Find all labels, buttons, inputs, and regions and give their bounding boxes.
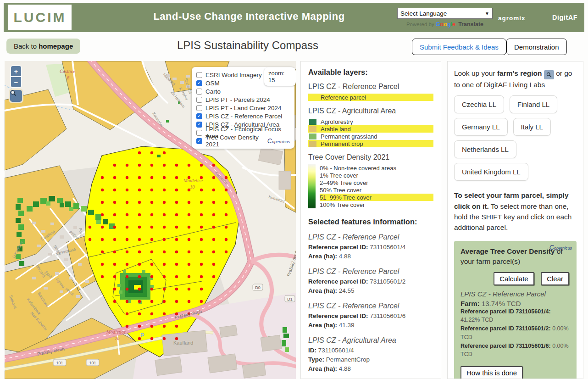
road-shield-d1: D1 — [285, 295, 295, 302]
tcd-result-layer: LPIS CZ - Reference Parcel — [460, 290, 570, 298]
checkbox-checked-icon[interactable]: ✓ — [196, 138, 202, 144]
checkbox-unchecked-icon[interactable] — [196, 130, 202, 136]
submit-feedback-button[interactable]: Submit Feedback & Ideas — [412, 39, 506, 55]
back-to-homepage-button[interactable]: Back to homepage — [6, 39, 80, 54]
language-select[interactable]: Select Language ▼ — [397, 8, 493, 19]
sample-point — [101, 176, 104, 179]
feature-field: Area (ha): 4.88 — [308, 364, 433, 373]
sample-point — [175, 213, 178, 216]
map-zoom-in-button[interactable]: + — [11, 66, 21, 76]
sample-point — [113, 238, 116, 241]
how-this-is-done-button[interactable]: How this is done — [460, 366, 523, 379]
demonstration-button[interactable]: Demonstration — [506, 39, 567, 55]
layer-toggle-carto[interactable]: Carto — [196, 87, 290, 95]
sample-point — [175, 238, 178, 241]
sample-point — [138, 164, 141, 167]
legend-item-0-non-tree-covered-areas: 0% - Non-tree covered areas — [320, 164, 433, 172]
map-zoom-out-button[interactable]: − — [11, 77, 21, 87]
sample-point — [138, 263, 141, 266]
legend-item-permanent-grassland: Permanent grassland — [308, 133, 433, 140]
legend-item-2-49-tree-cover: 2–49% Tree cover — [320, 179, 433, 186]
sample-point — [126, 325, 128, 328]
sample-point — [150, 226, 153, 229]
sample-point — [225, 226, 227, 229]
legend-item-51-99-tree-cover: 51–99% Tree cover — [320, 194, 433, 201]
page-title: LPIS Sustainability Compass — [151, 39, 344, 52]
sample-point — [175, 201, 178, 204]
sample-point — [113, 213, 116, 216]
map-canvas[interactable]: Čestlice8Modletice10Modletice76Pražský o… — [5, 61, 296, 379]
legend-item-agroforestry: Agroforestry — [308, 118, 433, 125]
feature-field: Reference parcel ID: 731105601/4 — [308, 243, 433, 252]
sample-point — [150, 176, 153, 179]
search-icon — [546, 72, 552, 78]
checkbox-checked-icon[interactable]: ✓ — [196, 113, 202, 119]
checkbox-unchecked-icon[interactable] — [196, 89, 202, 95]
legend-group-tree-cover-density-2021: Tree Cover Density 20210% - Non-tree cov… — [308, 153, 433, 208]
checkbox-checked-icon[interactable]: ✓ — [196, 80, 202, 86]
legend-label: Agroforestry — [321, 118, 353, 125]
living-lab-button-italy-ll[interactable]: Italy LL — [513, 118, 551, 136]
map-label-p: P — [140, 332, 144, 339]
living-lab-button-czechia-ll[interactable]: Czechia LL — [454, 95, 504, 113]
copernicus-logo: Copernicus — [267, 137, 290, 145]
calculate-button[interactable]: Calculate — [494, 272, 534, 285]
layer-toggle-lpis-pt-parcels-2024[interactable]: LPIS PT - Parcels 2024 — [196, 95, 290, 104]
translate-widget: Select Language ▼ Powered by Google Tran… — [397, 8, 493, 28]
feature-entry: LPIS CZ - Reference ParcelReference parc… — [308, 302, 433, 329]
sample-point — [150, 164, 153, 167]
sample-point — [200, 164, 203, 167]
sample-point — [138, 312, 141, 315]
checkbox-unchecked-icon[interactable] — [196, 97, 202, 103]
sample-point — [138, 213, 141, 216]
google-letter: o — [444, 21, 447, 28]
legend-swatch — [309, 119, 316, 125]
sample-point — [138, 325, 141, 328]
road-shield-d0: D0 — [253, 284, 263, 290]
checkbox-unchecked-icon[interactable] — [196, 72, 202, 78]
layer-label: LPIS PT - Parcels 2024 — [205, 96, 270, 103]
feature-field: Area (ha): 24.55 — [308, 286, 433, 295]
digitaf-logo[interactable]: DigitAF — [552, 14, 577, 21]
sample-point — [188, 275, 190, 278]
sample-point — [188, 226, 190, 229]
sample-point — [200, 263, 203, 266]
clear-button[interactable]: Clear — [541, 272, 569, 285]
sample-point — [200, 213, 203, 216]
sample-point — [113, 201, 116, 204]
sample-point — [150, 238, 153, 241]
sample-point — [225, 201, 227, 204]
sample-point — [188, 164, 190, 167]
living-lab-button-united-kingdom-ll[interactable]: United Kingdom LL — [454, 163, 528, 181]
sample-point — [163, 275, 166, 278]
sample-point — [188, 251, 190, 253]
layer-label: LPIS CZ - Reference Parcel — [205, 113, 282, 120]
layer-toggle-lpis-cz-reference-parcel[interactable]: ✓LPIS CZ - Reference Parcel — [196, 112, 290, 120]
tcd-result-panel: Copernicus Average Tree Cover Density of… — [454, 241, 577, 379]
living-lab-button-finland-ll[interactable]: Finland LL — [510, 95, 557, 113]
sample-point — [212, 226, 215, 229]
sample-point — [150, 201, 153, 204]
lucim-logo[interactable]: LUCIM — [8, 5, 72, 30]
google-letter: G — [436, 21, 440, 28]
legend-label: Permanent grassland — [321, 133, 377, 140]
map-search-button[interactable] — [10, 90, 22, 102]
living-lab-button-netherlands-ll[interactable]: Netherlands LL — [454, 140, 516, 158]
legend-item-50-tree-cover: 50% Tree cover — [320, 186, 433, 194]
sample-point — [150, 251, 153, 253]
layer-toggle-lpis-pt-land-cover-2024[interactable]: LPIS PT - Land Cover 2024 — [196, 104, 290, 112]
tcd-gradient-swatch — [308, 164, 316, 208]
layer-toggle-tree-cover-density-2021[interactable]: ✓Tree Cover Density 2021Copernicus — [196, 137, 290, 145]
road-shield-101: 101 — [53, 359, 66, 366]
checkbox-unchecked-icon[interactable] — [196, 105, 202, 111]
tree-cover-pixels — [117, 270, 154, 304]
map-label-modletice: Modletice — [106, 329, 126, 334]
sample-point — [163, 164, 166, 167]
region-search-button[interactable] — [544, 70, 554, 79]
agromix-logo[interactable]: agromix — [498, 15, 526, 22]
checkbox-checked-icon[interactable]: ✓ — [196, 122, 202, 128]
sample-point — [212, 213, 215, 216]
living-lab-button-germany-ll[interactable]: Germany LL — [454, 118, 508, 136]
feature-field: Area (ha): 4.88 — [308, 252, 433, 261]
back-label: Back to — [14, 42, 39, 50]
